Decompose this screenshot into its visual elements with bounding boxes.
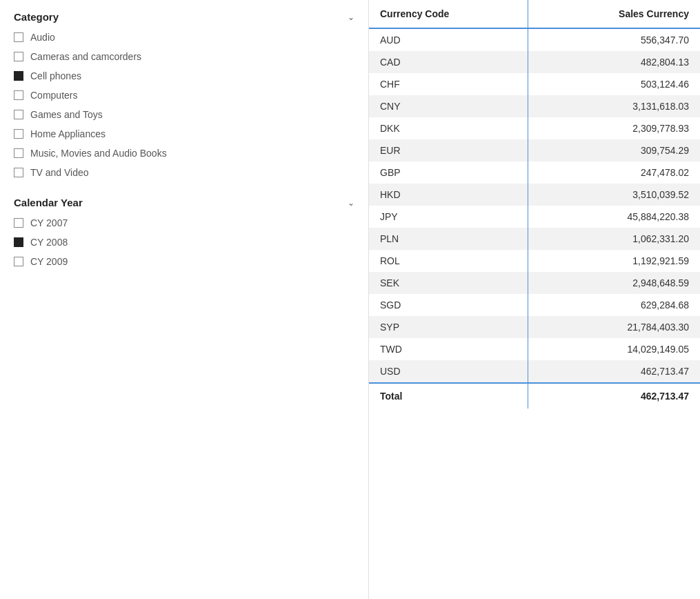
filter-item-label: CY 2007 [30,217,68,228]
table-row: USD462,713.47 [369,360,700,383]
table-row: DKK2,309,778.93 [369,117,700,139]
filter-item-label: Cell phones [30,70,81,81]
right-panel: Currency Code Sales Currency AUD556,347.… [369,0,700,599]
table-row: SYP21,784,403.30 [369,316,700,338]
table-row: SEK2,948,648.59 [369,272,700,294]
checkbox[interactable] [14,168,23,177]
currency-code-cell: PLN [369,228,528,250]
sales-currency-cell: 1,062,331.20 [528,228,700,250]
total-label: Total [369,383,528,409]
sales-currency-cell: 503,124.46 [528,73,700,95]
checkbox[interactable] [14,129,23,139]
category-filter-section: Category ⌄ AudioCameras and camcordersCe… [14,11,354,180]
filter-item-label: Games and Toys [30,109,103,120]
category-filter-item[interactable]: Audio [14,30,354,45]
currency-code-cell: EUR [369,139,528,161]
sales-currency-cell: 247,478.02 [528,161,700,184]
filter-item-label: CY 2008 [30,237,68,248]
sales-currency-cell: 556,347.70 [528,28,700,51]
category-filter-item[interactable]: Music, Movies and Audio Books [14,146,354,161]
sales-currency-cell: 482,804.13 [528,51,700,73]
table-row: GBP247,478.02 [369,161,700,184]
category-filter-header: Category ⌄ [14,11,354,23]
table-header-row: Currency Code Sales Currency [369,0,700,28]
currency-table: Currency Code Sales Currency AUD556,347.… [369,0,700,409]
calendar-filter-title: Calendar Year [14,197,83,208]
category-filter-item[interactable]: TV and Video [14,165,354,180]
sales-currency-cell: 2,309,778.93 [528,117,700,139]
table-row: SGD629,284.68 [369,294,700,316]
col-header-currency-code: Currency Code [369,0,528,28]
currency-code-cell: DKK [369,117,528,139]
currency-code-cell: ROL [369,250,528,272]
checkbox[interactable] [14,148,23,158]
sales-currency-cell: 3,510,039.52 [528,184,700,206]
checkbox[interactable] [14,90,23,100]
calendar-filter-header: Calendar Year ⌄ [14,197,354,208]
table-row: CAD482,804.13 [369,51,700,73]
sales-currency-cell: 45,884,220.38 [528,206,700,228]
currency-code-cell: SYP [369,316,528,338]
table-row: HKD3,510,039.52 [369,184,700,206]
category-filter-item[interactable]: Home Appliances [14,126,354,141]
category-filter-title: Category [14,11,59,23]
calendar-filter-item[interactable]: CY 2008 [14,235,354,250]
sales-currency-cell: 309,754.29 [528,139,700,161]
sales-currency-cell: 2,948,648.59 [528,272,700,294]
table-row: JPY45,884,220.38 [369,206,700,228]
col-header-sales-currency: Sales Currency [528,0,700,28]
currency-code-cell: HKD [369,184,528,206]
table-row: CNY3,131,618.03 [369,95,700,117]
checkbox[interactable] [14,32,23,42]
table-row: TWD14,029,149.05 [369,338,700,360]
currency-code-cell: USD [369,360,528,383]
checkbox[interactable] [14,218,23,228]
checkbox[interactable] [14,257,23,266]
checkbox[interactable] [14,110,23,119]
total-value: 462,713.47 [528,383,700,409]
checkbox[interactable] [14,237,23,247]
calendar-chevron-icon[interactable]: ⌄ [348,198,354,208]
checkbox[interactable] [14,52,23,61]
filter-item-label: Music, Movies and Audio Books [30,148,167,159]
filter-item-label: Computers [30,90,77,101]
currency-code-cell: GBP [369,161,528,184]
currency-code-cell: CHF [369,73,528,95]
currency-code-cell: AUD [369,28,528,51]
currency-code-cell: TWD [369,338,528,360]
filter-item-label: TV and Video [30,167,89,178]
table-row: AUD556,347.70 [369,28,700,51]
filter-item-label: CY 2009 [30,256,68,267]
left-panel: Category ⌄ AudioCameras and camcordersCe… [0,0,369,599]
sales-currency-cell: 629,284.68 [528,294,700,316]
category-chevron-icon[interactable]: ⌄ [348,12,354,22]
sales-currency-cell: 3,131,618.03 [528,95,700,117]
sales-currency-cell: 1,192,921.59 [528,250,700,272]
table-footer-row: Total 462,713.47 [369,383,700,409]
table-row: CHF503,124.46 [369,73,700,95]
category-filter-item[interactable]: Games and Toys [14,107,354,122]
currency-code-cell: CNY [369,95,528,117]
table-row: ROL1,192,921.59 [369,250,700,272]
table-row: PLN1,062,331.20 [369,228,700,250]
category-filter-item[interactable]: Cell phones [14,68,354,84]
filter-item-label: Audio [30,32,55,43]
sales-currency-cell: 14,029,149.05 [528,338,700,360]
category-filter-item[interactable]: Computers [14,88,354,103]
calendar-filter-item[interactable]: CY 2007 [14,215,354,230]
sales-currency-cell: 462,713.47 [528,360,700,383]
currency-code-cell: JPY [369,206,528,228]
calendar-filter-section: Calendar Year ⌄ CY 2007CY 2008CY 2009 [14,197,354,269]
checkbox[interactable] [14,71,23,81]
filter-item-label: Home Appliances [30,128,106,139]
currency-code-cell: SEK [369,272,528,294]
table-body: AUD556,347.70CAD482,804.13CHF503,124.46C… [369,28,700,383]
currency-code-cell: SGD [369,294,528,316]
category-items-list: AudioCameras and camcordersCell phonesCo… [14,30,354,180]
calendar-filter-item[interactable]: CY 2009 [14,254,354,269]
table-row: EUR309,754.29 [369,139,700,161]
category-filter-item[interactable]: Cameras and camcorders [14,49,354,64]
calendar-items-list: CY 2007CY 2008CY 2009 [14,215,354,269]
filter-item-label: Cameras and camcorders [30,51,141,62]
currency-code-cell: CAD [369,51,528,73]
